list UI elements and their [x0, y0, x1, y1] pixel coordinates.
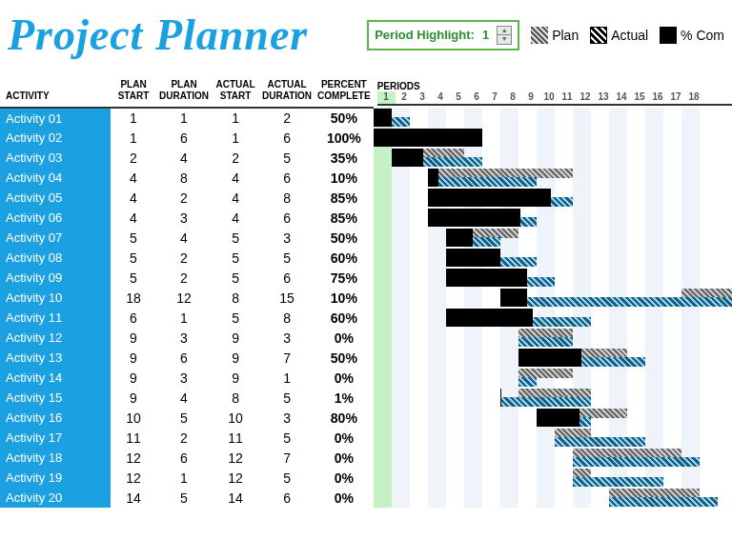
plan-swatch-icon — [531, 27, 548, 44]
plan-dur: 4 — [156, 228, 212, 248]
plan-start: 9 — [111, 328, 156, 348]
actual-start: 11 — [212, 428, 259, 448]
table-row: Activity 15 9 4 8 5 1% — [0, 388, 732, 408]
period-stepper[interactable]: ▲ ▼ — [497, 26, 512, 45]
actual-dur: 5 — [259, 468, 315, 488]
percent-complete: 85% — [315, 208, 374, 228]
table-row: Activity 05 4 2 4 8 85% — [0, 188, 732, 208]
actual-start: 4 — [212, 168, 259, 188]
plan-dur: 8 — [156, 168, 212, 188]
activity-name: Activity 13 — [0, 348, 111, 368]
activity-name: Activity 01 — [0, 108, 111, 128]
plan-dur: 6 — [156, 348, 212, 368]
percent-complete: 0% — [315, 368, 374, 388]
col-plan-start: PLANSTART — [111, 77, 156, 108]
table-row: Activity 19 12 1 12 5 0% — [0, 468, 732, 488]
actual-dur: 5 — [259, 248, 315, 268]
gantt-cell — [374, 468, 732, 488]
table-row: Activity 12 9 3 9 3 0% — [0, 328, 732, 348]
gantt-cell — [374, 488, 732, 508]
plan-start: 1 — [111, 128, 156, 148]
table-row: Activity 06 4 3 4 6 85% — [0, 208, 732, 228]
actual-dur: 7 — [259, 448, 315, 468]
plan-start: 4 — [111, 188, 156, 208]
gantt-cell — [374, 448, 732, 468]
percent-complete: 50% — [315, 228, 374, 248]
gantt-cell — [374, 368, 732, 388]
actual-start: 9 — [212, 328, 259, 348]
actual-start: 9 — [212, 348, 259, 368]
plan-dur: 5 — [156, 408, 212, 428]
plan-start: 12 — [111, 448, 156, 468]
activity-name: Activity 14 — [0, 368, 111, 388]
legend-pct: % Com — [660, 27, 724, 44]
gantt-cell — [374, 248, 732, 268]
actual-start: 5 — [212, 308, 259, 328]
activity-name: Activity 18 — [0, 448, 111, 468]
table-row: Activity 16 10 5 10 3 80% — [0, 408, 732, 428]
pct-swatch-icon — [660, 27, 677, 44]
percent-complete: 60% — [315, 248, 374, 268]
percent-complete: 10% — [315, 288, 374, 308]
plan-start: 9 — [111, 348, 156, 368]
actual-start: 9 — [212, 368, 259, 388]
step-up-button[interactable]: ▲ — [498, 27, 511, 35]
period-numbers: 123456789101112131415161718 — [377, 91, 732, 106]
activity-name: Activity 10 — [0, 288, 111, 308]
actual-dur: 5 — [259, 148, 315, 168]
step-down-button[interactable]: ▼ — [498, 35, 511, 44]
plan-dur: 3 — [156, 368, 212, 388]
activity-name: Activity 02 — [0, 128, 111, 148]
percent-complete: 0% — [315, 468, 374, 488]
period-highlight-value: 1 — [482, 28, 489, 42]
plan-start: 14 — [111, 488, 156, 508]
plan-dur: 1 — [156, 308, 212, 328]
plan-dur: 2 — [156, 248, 212, 268]
table-row: Activity 11 6 1 5 8 60% — [0, 308, 732, 328]
page-title: Project Planner — [8, 10, 308, 60]
percent-complete: 35% — [315, 148, 374, 168]
actual-dur: 5 — [259, 428, 315, 448]
period-highlight-control[interactable]: Period Highlight: 1 ▲ ▼ — [367, 20, 519, 50]
gantt-table: ACTIVITY PLANSTART PLANDURATION ACTUALST… — [0, 77, 732, 508]
gantt-cell — [374, 308, 732, 328]
actual-dur: 3 — [259, 328, 315, 348]
actual-start: 4 — [212, 188, 259, 208]
table-row: Activity 17 11 2 11 5 0% — [0, 428, 732, 448]
percent-complete: 10% — [315, 168, 374, 188]
plan-dur: 3 — [156, 328, 212, 348]
activity-name: Activity 03 — [0, 148, 111, 168]
activity-name: Activity 19 — [0, 468, 111, 488]
actual-start: 5 — [212, 268, 259, 288]
header: Project Planner Period Highlight: 1 ▲ ▼ … — [0, 0, 732, 77]
actual-dur: 7 — [259, 348, 315, 368]
actual-dur: 15 — [259, 288, 315, 308]
gantt-cell — [374, 168, 732, 188]
actual-start: 1 — [212, 108, 259, 128]
actual-start: 14 — [212, 488, 259, 508]
period-highlight-label: Period Highlight: — [375, 28, 475, 42]
actual-start: 10 — [212, 408, 259, 428]
plan-start: 4 — [111, 208, 156, 228]
activity-name: Activity 05 — [0, 188, 111, 208]
col-activity: ACTIVITY — [0, 77, 111, 108]
col-percent: PERCENTCOMPLETE — [315, 77, 374, 108]
table-row: Activity 13 9 6 9 7 50% — [0, 348, 732, 368]
plan-dur: 6 — [156, 448, 212, 468]
gantt-cell — [374, 128, 732, 148]
actual-dur: 8 — [259, 188, 315, 208]
percent-complete: 0% — [315, 328, 374, 348]
actual-dur: 6 — [259, 268, 315, 288]
gantt-cell — [374, 208, 732, 228]
activity-name: Activity 07 — [0, 228, 111, 248]
plan-start: 5 — [111, 268, 156, 288]
plan-start: 9 — [111, 368, 156, 388]
actual-dur: 6 — [259, 208, 315, 228]
table-row: Activity 09 5 2 5 6 75% — [0, 268, 732, 288]
actual-dur: 3 — [259, 408, 315, 428]
table-row: Activity 08 5 2 5 5 60% — [0, 248, 732, 268]
gantt-cell — [374, 388, 732, 408]
actual-start: 2 — [212, 148, 259, 168]
activity-name: Activity 06 — [0, 208, 111, 228]
actual-dur: 2 — [259, 108, 315, 128]
